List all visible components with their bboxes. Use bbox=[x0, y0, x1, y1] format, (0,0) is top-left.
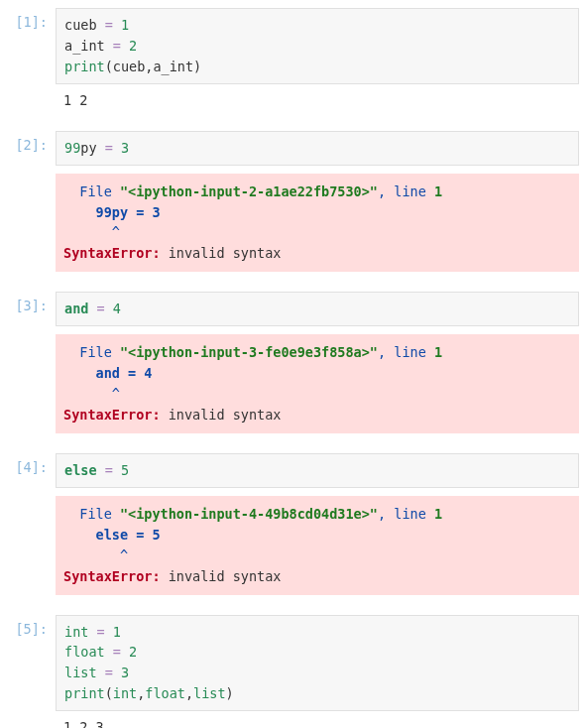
code-token: list bbox=[193, 685, 226, 701]
notebook-cell[interactable]: [3]:and = 4 File "<ipython-input-3-fe0e9… bbox=[4, 292, 579, 433]
code-token: : bbox=[152, 568, 160, 584]
code-token: invalid syntax bbox=[161, 245, 282, 261]
code-token: a_int bbox=[64, 38, 105, 54]
code-token: 1 bbox=[434, 344, 442, 360]
code-token: ^ bbox=[63, 224, 120, 240]
code-token: SyntaxError bbox=[63, 568, 152, 584]
code-input[interactable]: and = 4 bbox=[56, 292, 579, 326]
stdout-output: 1 2 bbox=[56, 84, 579, 111]
code-token: = bbox=[105, 462, 113, 478]
cell-body: int = 1 float = 2 list = 3 print(int,flo… bbox=[56, 615, 579, 728]
code-token: else = 5 bbox=[63, 527, 161, 543]
code-token: ) bbox=[226, 685, 234, 701]
code-token: 99 bbox=[64, 140, 80, 156]
code-token bbox=[97, 140, 105, 156]
code-token: : bbox=[152, 407, 160, 423]
stdout-output: 1 2 3 bbox=[56, 711, 579, 728]
cell-body: and = 4 File "<ipython-input-3-fe0e9e3f8… bbox=[56, 292, 579, 433]
code-token: , line bbox=[378, 344, 434, 360]
code-token bbox=[97, 17, 105, 33]
code-token: SyntaxError bbox=[63, 407, 152, 423]
code-token: = bbox=[113, 644, 121, 660]
code-token bbox=[88, 301, 96, 316]
cell-prompt: [1]: bbox=[4, 8, 56, 111]
cell-body: 99py = 3 File "<ipython-input-2-a1ae22fb… bbox=[56, 131, 579, 273]
code-input[interactable]: else = 5 bbox=[56, 453, 579, 488]
code-token: ^ bbox=[63, 547, 128, 563]
code-token: , line bbox=[378, 506, 434, 522]
cell-prompt: [5]: bbox=[4, 615, 56, 728]
cell-prompt: [2]: bbox=[4, 131, 56, 273]
code-token: invalid syntax bbox=[161, 407, 282, 423]
code-token: py bbox=[80, 140, 96, 156]
code-token: "<ipython-input-2-a1ae22fb7530>" bbox=[120, 183, 378, 199]
error-output: File "<ipython-input-4-49b8cd04d31e>", l… bbox=[56, 496, 579, 595]
code-token: print bbox=[64, 685, 105, 701]
code-token: list bbox=[64, 665, 97, 680]
code-token: and = 4 bbox=[63, 365, 152, 381]
code-token: 3 bbox=[121, 665, 129, 680]
code-token: 2 bbox=[129, 644, 137, 660]
notebook-container: [1]:cueb = 1 a_int = 2 print(cueb,a_int)… bbox=[4, 8, 579, 728]
cell-body: else = 5 File "<ipython-input-4-49b8cd04… bbox=[56, 453, 579, 595]
code-token: = bbox=[97, 301, 105, 316]
code-token bbox=[105, 624, 113, 640]
code-token: print bbox=[64, 59, 105, 74]
code-token: 4 bbox=[113, 301, 121, 316]
code-token: cueb bbox=[113, 59, 146, 74]
code-token: int bbox=[64, 624, 88, 640]
error-output: File "<ipython-input-3-fe0e9e3f858a>", l… bbox=[56, 334, 579, 433]
code-token: File bbox=[63, 506, 120, 522]
cell-body: cueb = 1 a_int = 2 print(cueb,a_int)1 2 bbox=[56, 8, 579, 111]
code-token: int bbox=[113, 685, 137, 701]
code-token: float bbox=[64, 644, 105, 660]
code-token bbox=[121, 38, 129, 54]
code-token bbox=[105, 301, 113, 316]
code-token: ( bbox=[105, 685, 113, 701]
code-token: 2 bbox=[129, 38, 137, 54]
code-input[interactable]: int = 1 float = 2 list = 3 print(int,flo… bbox=[56, 615, 579, 712]
code-input[interactable]: cueb = 1 a_int = 2 print(cueb,a_int) bbox=[56, 8, 579, 84]
code-token: = bbox=[105, 140, 113, 156]
code-token: and bbox=[64, 301, 88, 316]
code-token bbox=[88, 624, 96, 640]
error-output: File "<ipython-input-2-a1ae22fb7530>", l… bbox=[56, 174, 579, 273]
code-token: = bbox=[105, 17, 113, 33]
notebook-cell[interactable]: [4]:else = 5 File "<ipython-input-4-49b8… bbox=[4, 453, 579, 595]
code-token: 1 bbox=[434, 183, 442, 199]
code-token: 1 bbox=[434, 506, 442, 522]
notebook-cell[interactable]: [1]:cueb = 1 a_int = 2 print(cueb,a_int)… bbox=[4, 8, 579, 111]
code-token: else bbox=[64, 462, 97, 478]
cell-prompt: [4]: bbox=[4, 453, 56, 595]
code-token: 99py = 3 bbox=[63, 204, 161, 220]
code-input[interactable]: 99py = 3 bbox=[56, 131, 579, 166]
code-token: a_int bbox=[153, 59, 193, 74]
code-token: = bbox=[113, 38, 121, 54]
code-token: : bbox=[152, 245, 160, 261]
code-token: invalid syntax bbox=[161, 568, 282, 584]
code-token: ) bbox=[193, 59, 201, 74]
code-token: ( bbox=[105, 59, 113, 74]
code-token: 1 bbox=[113, 624, 121, 640]
code-token: ^ bbox=[63, 386, 120, 402]
cell-prompt: [3]: bbox=[4, 292, 56, 433]
notebook-cell[interactable]: [2]:99py = 3 File "<ipython-input-2-a1ae… bbox=[4, 131, 579, 273]
code-token bbox=[105, 38, 113, 54]
code-token: float bbox=[145, 685, 185, 701]
code-token: SyntaxError bbox=[63, 245, 152, 261]
code-token: = bbox=[97, 624, 105, 640]
code-token: "<ipython-input-3-fe0e9e3f858a>" bbox=[120, 344, 378, 360]
code-token bbox=[113, 462, 121, 478]
notebook-cell[interactable]: [5]:int = 1 float = 2 list = 3 print(int… bbox=[4, 615, 579, 728]
code-token: = bbox=[105, 665, 113, 680]
code-token: "<ipython-input-4-49b8cd04d31e>" bbox=[120, 506, 378, 522]
code-token bbox=[121, 644, 129, 660]
code-token bbox=[97, 665, 105, 680]
code-token bbox=[97, 462, 105, 478]
code-token: 5 bbox=[121, 462, 129, 478]
code-token bbox=[113, 665, 121, 680]
code-token bbox=[113, 140, 121, 156]
code-token: , bbox=[185, 685, 193, 701]
code-token bbox=[105, 644, 113, 660]
code-token: cueb bbox=[64, 17, 97, 33]
